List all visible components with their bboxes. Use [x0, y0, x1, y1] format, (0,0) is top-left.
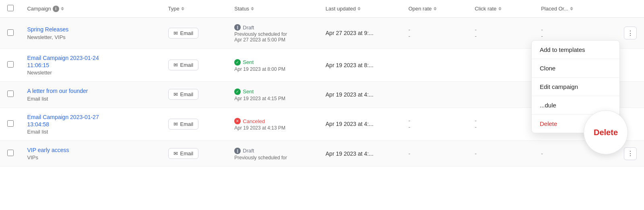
column-open-rate: Open rate: [402, 0, 469, 18]
actions-cell-2: [617, 49, 644, 82]
click-rate-cell-4: --: [468, 107, 535, 140]
column-click-rate-label[interactable]: Click rate: [475, 6, 501, 12]
email-icon-4: ✉: [173, 121, 178, 127]
campaign-name-1[interactable]: Spring Releases: [27, 26, 155, 33]
actions-menu-button-1[interactable]: ⋮: [624, 27, 637, 39]
status-dot-2: ✓: [234, 59, 241, 66]
click-rate-value-1: --: [475, 27, 477, 39]
select-all-checkbox[interactable]: [7, 5, 14, 11]
last-updated-cell-3: Apr 19 2023 at 4:...: [319, 82, 402, 107]
status-cell-2: ✓ Sent Apr 19 2023 at 8:00 PM: [228, 49, 319, 82]
row-checkbox-5[interactable]: [7, 150, 14, 156]
actions-menu-button-5[interactable]: ⋮: [624, 147, 637, 160]
last-updated-sort-icon[interactable]: [357, 7, 361, 10]
campaign-sort-icon[interactable]: [61, 7, 64, 10]
open-rate-cell-1: --: [402, 18, 469, 49]
last-updated-value-1: Apr 27 2023 at 9:...: [326, 30, 374, 36]
row-checkbox-cell-1: [0, 18, 21, 49]
dropdown-edit-campaign[interactable]: Edit campaign: [532, 78, 619, 96]
open-rate-sort-icon[interactable]: [433, 7, 437, 10]
open-rate-cell-2: [402, 49, 469, 82]
placed-value-1: --: [541, 27, 543, 39]
column-open-rate-label[interactable]: Open rate: [409, 6, 437, 12]
column-last-updated: Last updated: [319, 0, 402, 18]
last-updated-value-3: Apr 19 2023 at 4:...: [326, 91, 374, 98]
type-cell-1: ✉Email: [162, 18, 228, 49]
column-placed-label[interactable]: Placed Or...: [541, 6, 573, 12]
row-checkbox-cell-3: [0, 82, 21, 107]
click-rate-cell-5: -: [468, 140, 535, 166]
status-badge-3: ✓ Sent: [234, 89, 254, 95]
status-text-1: Draft: [243, 25, 254, 31]
status-text-4: Canceled: [243, 118, 265, 124]
type-badge-4: ✉Email: [168, 119, 199, 130]
status-sort-icon[interactable]: [251, 7, 254, 10]
campaign-info-icon[interactable]: i: [53, 6, 59, 12]
click-rate-cell-1: --: [468, 18, 535, 49]
status-dot-1: ‖: [234, 24, 241, 31]
column-type-label[interactable]: Type: [168, 6, 184, 12]
campaign-name-2[interactable]: Email Campaign 2023-01-2411:06:15: [27, 54, 155, 69]
column-status-label[interactable]: Status: [234, 6, 254, 12]
table-header-row: Campaign i Type: [0, 0, 644, 18]
campaign-sub-1: Newsletter, VIPs: [27, 34, 155, 40]
select-all-header: [0, 0, 21, 18]
dropdown-add-to-templates[interactable]: Add to templates: [532, 41, 619, 59]
status-dot-5: ‖: [234, 148, 241, 154]
type-cell-2: ✉Email: [162, 49, 228, 82]
status-cell-4: ✕ Canceled Apr 19 2023 at 4:13 PM: [228, 107, 319, 140]
row-checkbox-2[interactable]: [7, 61, 14, 68]
campaign-sub-2: Newsletter: [27, 70, 155, 76]
column-placed: Placed Or...: [535, 0, 617, 18]
row-checkbox-1[interactable]: [7, 29, 14, 36]
type-badge-2: ✉Email: [168, 60, 199, 70]
open-rate-cell-3: [402, 82, 469, 107]
status-badge-4: ✕ Canceled: [234, 118, 265, 124]
status-text-2: Sent: [243, 59, 254, 65]
status-sub-3: Apr 19 2023 at 4:15 PM: [234, 96, 313, 101]
campaign-name-3[interactable]: A letter from our founder: [27, 87, 155, 95]
column-actions: [617, 0, 644, 18]
campaign-header-text: Campaign: [27, 6, 51, 12]
status-badge-2: ✓ Sent: [234, 59, 254, 66]
click-rate-cell-2: [468, 49, 535, 82]
table-row: VIP early accessVIPs✉Email ‖ Draft Previ…: [0, 140, 644, 166]
campaign-name-5[interactable]: VIP early access: [27, 146, 155, 154]
status-badge-5: ‖ Draft: [234, 148, 254, 154]
status-dot-4: ✕: [234, 118, 241, 124]
row-checkbox-cell-4: [0, 107, 21, 140]
column-last-updated-label[interactable]: Last updated: [326, 6, 361, 12]
actions-cell-1: ⋮: [617, 18, 644, 49]
status-badge-1: ‖ Draft: [234, 24, 254, 31]
type-cell-5: ✉Email: [162, 140, 228, 166]
status-sub-1: Previously scheduled forApr 27 2023 at 5…: [234, 31, 313, 43]
type-sort-icon[interactable]: [181, 7, 184, 10]
row-checkbox-cell-5: [0, 140, 21, 166]
type-badge-1: ✉Email: [168, 28, 199, 39]
row-checkbox-4[interactable]: [7, 120, 14, 127]
open-rate-value-1: --: [409, 27, 411, 39]
click-rate-value-4: --: [475, 117, 477, 130]
dropdown-clone[interactable]: Clone: [532, 59, 619, 78]
campaign-cell-2: Email Campaign 2023-01-2411:06:15Newslet…: [21, 49, 161, 82]
placed-sort-icon[interactable]: [570, 7, 573, 10]
last-updated-cell-5: Apr 19 2023 at 4:...: [319, 140, 402, 166]
campaign-sub-5: VIPs: [27, 154, 155, 161]
open-rate-cell-5: -: [402, 140, 469, 166]
row-checkbox-3[interactable]: [7, 91, 14, 97]
campaign-name-4[interactable]: Email Campaign 2023-01-2713:04:58: [27, 113, 155, 128]
column-type: Type: [162, 0, 228, 18]
status-cell-5: ‖ Draft Previously scheduled for: [228, 140, 319, 166]
last-updated-value-2: Apr 19 2023 at 8:...: [326, 62, 374, 68]
status-sub-5: Previously scheduled for: [234, 155, 313, 161]
campaign-cell-3: A letter from our founderEmail list: [21, 82, 161, 107]
status-header-text: Status: [234, 6, 249, 12]
last-updated-header-text: Last updated: [326, 6, 356, 12]
click-rate-sort-icon[interactable]: [498, 7, 502, 10]
placed-value-5: -: [541, 150, 543, 157]
type-badge-3: ✉Email: [168, 89, 199, 100]
column-campaign-label[interactable]: Campaign i: [27, 6, 64, 12]
status-text-3: Sent: [243, 89, 254, 95]
delete-circle-button[interactable]: Delete: [584, 110, 628, 154]
email-icon-1: ✉: [173, 30, 178, 36]
